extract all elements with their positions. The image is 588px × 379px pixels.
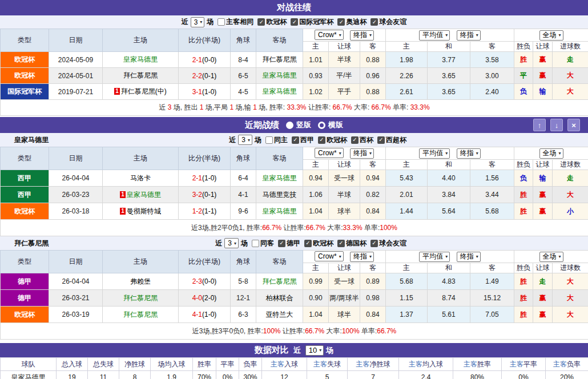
comp-checkbox-2[interactable]: ✓	[337, 18, 345, 26]
odds-company-select[interactable]: Crow*▾	[315, 30, 344, 40]
avg-select[interactable]: 平均值▾	[419, 30, 450, 41]
col-away: 客场	[256, 29, 303, 52]
comp-checkbox-0[interactable]: ✓	[292, 136, 299, 144]
home-team-link[interactable]: 拜仁慕尼黑	[123, 294, 158, 302]
corner-score: 6-3	[231, 307, 256, 323]
odds-away: 0.88	[360, 84, 386, 100]
bayern-matches-select[interactable]: 3▾	[224, 238, 239, 248]
comp-checkbox-2[interactable]: ✓	[337, 240, 345, 247]
radio-vertical-layout[interactable]	[286, 122, 293, 129]
matches-unit-label: 场	[326, 345, 333, 356]
same-home-checkbox[interactable]: ✓	[265, 136, 273, 144]
comp-checkbox-3[interactable]: ✓	[370, 240, 378, 247]
compare-matches-select[interactable]: 10▾	[305, 345, 324, 356]
sub-col: 让球	[329, 42, 360, 52]
chevron-down-icon: ▾	[248, 138, 250, 143]
same-away-checkbox[interactable]: ✓	[252, 240, 259, 247]
comp-checkbox-1[interactable]: ✓	[304, 240, 312, 247]
away-team-link[interactable]: 皇家马德里	[263, 87, 297, 95]
sub-col: 客	[470, 160, 514, 170]
away-team-link[interactable]: 皇家马德里	[263, 71, 297, 79]
away-team-link[interactable]: 亚特兰大	[266, 311, 293, 318]
home-team-link[interactable]: 曼彻斯特城	[127, 207, 161, 215]
avg-draw: 5.61	[428, 307, 470, 323]
result-goals: 走	[553, 170, 588, 187]
comp-checkbox-2[interactable]: ✓	[351, 136, 359, 144]
scope-select[interactable]: 全场▾	[539, 148, 563, 159]
avg-draw: 3.84	[428, 187, 470, 203]
real-madrid-recent-table: 类型 日期 主场 比分(半场) 角球 客场 Crow*▾ 终指▾ 平均值▾ 终指…	[0, 147, 588, 236]
avg-home: 1.98	[386, 52, 428, 68]
corner-score: 8-4	[231, 52, 256, 68]
avg-draw: 4.40	[428, 170, 470, 187]
col-corner: 角球	[231, 251, 256, 273]
rm-matches-select[interactable]: 3▾	[238, 135, 252, 145]
col-ha-avg-goals: 主客均入球	[399, 358, 453, 371]
away-team-link[interactable]: 拜仁慕尼黑	[263, 277, 297, 285]
col-date: 日期	[49, 147, 103, 170]
away-team-link[interactable]: 柏林联合	[266, 294, 293, 302]
away-team-link[interactable]: 皇家马德里	[263, 174, 297, 182]
corner-score: 6-5	[231, 68, 256, 84]
scroll-up-button[interactable]: ↑	[533, 119, 546, 131]
comp-checkbox-1[interactable]: ✓	[291, 18, 298, 26]
same-home-label: 同主	[274, 135, 288, 145]
avg-away: 15.12	[470, 290, 514, 307]
comp-checkbox-0[interactable]: ✓	[257, 18, 265, 26]
home-team-link[interactable]: 拜仁慕尼黑(中)	[121, 87, 167, 95]
rm-summary-row: 近3场,胜2平0负1, 胜率:66.7% 让胜率:66.7% 大率:33.3% …	[1, 220, 588, 236]
odds-final-select[interactable]: 终指▾	[350, 30, 374, 41]
comp-checkbox-1[interactable]: ✓	[318, 136, 325, 144]
radio-horizontal-layout[interactable]	[318, 122, 325, 129]
home-team-link[interactable]: 拜仁慕尼黑	[123, 311, 158, 318]
scope-select[interactable]: 全场▾	[539, 30, 563, 41]
home-team-cell: 拜仁慕尼黑	[103, 290, 179, 307]
away-team-link[interactable]: 马德里竞技	[263, 191, 297, 199]
avg-draw: 3.65	[428, 68, 470, 84]
sub-col: 胜负	[514, 263, 533, 273]
home-team-link[interactable]: 皇家马德里	[123, 55, 158, 63]
odds-handicap: 受一球	[329, 170, 360, 187]
sub-col: 和	[428, 42, 470, 52]
comp-checkbox-3[interactable]: ✓	[370, 18, 378, 26]
home-team-link[interactable]: 马洛卡	[130, 174, 151, 182]
scope-select[interactable]: 全场▾	[539, 252, 563, 262]
h2h-matches-select[interactable]: 3▾	[191, 17, 205, 27]
avg-final-select[interactable]: 终指▾	[457, 148, 481, 159]
avg-select[interactable]: 平均值▾	[419, 148, 450, 159]
comp-checkbox-3[interactable]: ✓	[377, 136, 385, 144]
match-date: 26-04-04	[49, 170, 103, 187]
home-team-link[interactable]: 皇家马德里	[127, 191, 161, 199]
away-team-link[interactable]: 拜仁慕尼黑	[263, 55, 297, 63]
odds-handicap: 受一球	[329, 273, 360, 290]
result-wdl: 胜	[514, 307, 533, 323]
odds-final-select[interactable]: 终指▾	[350, 148, 374, 159]
match-row: 欧冠杯 2024-05-01 拜仁慕尼黑 2-2(0-1) 6-5 皇家马德里 …	[1, 68, 588, 84]
sub-col: 胜负	[514, 42, 533, 52]
away-team-link[interactable]: 皇家马德里	[263, 207, 297, 215]
scroll-down-button[interactable]: ↓	[550, 119, 563, 131]
chevron-down-icon: ▾	[319, 348, 321, 353]
home-team-link[interactable]: 弗赖堡	[130, 277, 151, 285]
odds-company-select[interactable]: Crow*▾	[315, 251, 344, 261]
score-cell: 2-1(1-0)	[179, 170, 231, 187]
same-home-away-checkbox[interactable]: ✓	[218, 18, 225, 26]
avg-final-select[interactable]: 终指▾	[457, 252, 481, 262]
avg-select[interactable]: 平均值▾	[419, 252, 450, 262]
down-arrow-icon: ↓	[555, 121, 559, 130]
score-cell: 3-1(1-0)	[179, 84, 231, 100]
home-team-link[interactable]: 拜仁慕尼黑	[123, 71, 158, 79]
odds-company-select[interactable]: Crow*▾	[315, 148, 344, 158]
team-link[interactable]: 皇家马德里	[11, 373, 46, 379]
check-icon: ✓	[339, 240, 343, 246]
close-section-button[interactable]: ×	[567, 119, 580, 131]
away-team-cell: 马德里竞技	[256, 187, 303, 203]
check-icon: ✓	[293, 137, 297, 143]
comp-checkbox-0[interactable]: ✓	[278, 240, 285, 247]
avg-final-select[interactable]: 终指▾	[457, 30, 481, 41]
sub-col: 让球	[533, 42, 553, 52]
away-team-cell: 拜仁慕尼黑	[256, 52, 303, 68]
avg-home: 5.43	[386, 170, 428, 187]
match-row: 西甲 26-04-04 马洛卡 2-1(1-0) 6-4 皇家马德里 0.94 …	[1, 170, 588, 187]
odds-final-select[interactable]: 终指▾	[350, 252, 374, 262]
